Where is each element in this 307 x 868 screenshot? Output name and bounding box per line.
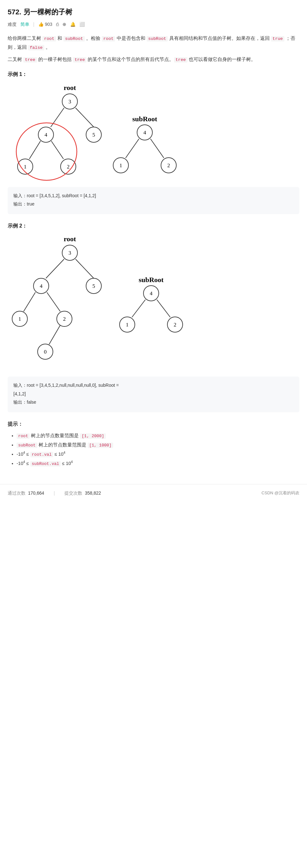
svg-line-29 bbox=[75, 259, 94, 278]
svg-text:2: 2 bbox=[174, 322, 177, 328]
description-para1: 给你两棵二叉树 root 和 subRoot 。检验 root 中是否包含和 s… bbox=[8, 34, 299, 52]
footer: 通过次数 170,664 | 提交次数 358,822 CSDN @沉着的码农 bbox=[0, 484, 307, 502]
svg-text:root: root bbox=[64, 84, 76, 92]
translate-button[interactable]: ⊕ bbox=[63, 21, 66, 28]
hints-list: root 树上的节点数量范围是 [1, 2000] subRoot 树上的节点数… bbox=[8, 431, 299, 468]
svg-line-9 bbox=[29, 141, 40, 159]
thumbs-up-icon: 👍 bbox=[38, 21, 44, 28]
svg-text:1: 1 bbox=[19, 316, 21, 322]
svg-line-46 bbox=[132, 300, 145, 317]
likes-count: 903 bbox=[45, 21, 52, 28]
svg-text:2: 2 bbox=[63, 316, 66, 322]
svg-line-4 bbox=[75, 108, 94, 127]
pass-label: 通过次数 bbox=[8, 490, 26, 497]
svg-text:2: 2 bbox=[67, 164, 70, 170]
example1-diagram: root 3 4 5 1 2 bbox=[8, 83, 299, 182]
example2-output: 输出：false bbox=[13, 399, 294, 406]
svg-text:1: 1 bbox=[24, 164, 27, 170]
example1-output: 输出：true bbox=[13, 200, 294, 208]
likes-button[interactable]: 👍 903 bbox=[38, 21, 52, 28]
bell-button[interactable]: 🔔 bbox=[70, 21, 75, 28]
hint-item-1: root 树上的节点数量范围是 [1, 2000] bbox=[16, 431, 299, 440]
svg-line-40 bbox=[49, 325, 60, 344]
svg-line-34 bbox=[24, 292, 35, 311]
svg-line-28 bbox=[46, 259, 64, 278]
translate-icon: ⊕ bbox=[63, 21, 66, 28]
difficulty-value: 简单 bbox=[21, 21, 29, 28]
example1-input: 输入：root = [3,4,5,1,2], subRoot = [4,1,2] bbox=[13, 192, 294, 199]
svg-text:4: 4 bbox=[40, 283, 43, 289]
example2-input: 输入：root = [3,4,5,1,2,null,null,null,null… bbox=[13, 382, 294, 389]
svg-line-47 bbox=[157, 300, 170, 317]
svg-text:1: 1 bbox=[126, 322, 129, 328]
submit-label: 提交次数 bbox=[64, 490, 82, 497]
bookmark-icon: ⬜ bbox=[79, 21, 85, 28]
hints-title: 提示： bbox=[8, 420, 299, 428]
difficulty-label: 难度 bbox=[8, 21, 16, 28]
example2-diagram: root 3 4 5 1 2 bbox=[8, 234, 299, 371]
example2-title: 示例 2： bbox=[8, 222, 299, 230]
hint-item-3: -104 ≤ root.val ≤ 104 bbox=[16, 450, 299, 459]
share-icon: ⎙ bbox=[56, 21, 59, 28]
bell-icon: 🔔 bbox=[70, 21, 75, 28]
difficulty-row: 难度 简单 | 👍 903 ⎙ ⊕ 🔔 ⬜ bbox=[8, 21, 299, 28]
submit-value: 358,822 bbox=[85, 490, 101, 497]
svg-text:4: 4 bbox=[45, 132, 47, 138]
svg-text:subRoot: subRoot bbox=[132, 115, 158, 123]
example1-box: 输入：root = [3,4,5,1,2], subRoot = [4,1,2]… bbox=[8, 187, 299, 214]
bookmark-button[interactable]: ⬜ bbox=[79, 21, 85, 28]
svg-line-3 bbox=[51, 108, 64, 127]
svg-text:root: root bbox=[64, 235, 76, 243]
example1-title: 示例 1： bbox=[8, 70, 299, 79]
svg-line-10 bbox=[51, 141, 63, 159]
svg-text:2: 2 bbox=[167, 162, 170, 168]
svg-line-19 bbox=[126, 139, 139, 158]
problem-description: 给你两棵二叉树 root 和 subRoot 。检验 root 中是否包含和 s… bbox=[8, 34, 299, 64]
svg-text:5: 5 bbox=[93, 283, 95, 289]
svg-text:0: 0 bbox=[44, 349, 47, 355]
svg-text:3: 3 bbox=[69, 250, 71, 256]
hint-item-4: -104 ≤ subRoot.val ≤ 104 bbox=[16, 459, 299, 468]
svg-text:5: 5 bbox=[93, 132, 95, 138]
svg-line-35 bbox=[47, 292, 60, 311]
share-button[interactable]: ⎙ bbox=[56, 21, 59, 28]
submit-count: 提交次数 358,822 bbox=[64, 490, 101, 497]
svg-text:1: 1 bbox=[120, 162, 123, 168]
svg-text:4: 4 bbox=[143, 130, 146, 135]
svg-text:subRoot: subRoot bbox=[139, 276, 164, 284]
svg-text:4: 4 bbox=[150, 290, 153, 297]
hint-item-2: subRoot 树上的节点数量范围是 [1, 1000] bbox=[16, 440, 299, 450]
brand: CSDN @沉着的码农 bbox=[262, 490, 299, 497]
description-para2: 二叉树 tree 的一棵子树包括 tree 的某个节点和这个节点的所有后代节点。… bbox=[8, 55, 299, 64]
svg-text:3: 3 bbox=[69, 99, 71, 105]
example2-box: 输入：root = [3,4,5,1,2,null,null,null,null… bbox=[8, 377, 299, 412]
problem-title: 572. 另一棵树的子树 bbox=[8, 6, 299, 18]
pass-count: 通过次数 170,664 bbox=[8, 490, 44, 497]
pass-value: 170,664 bbox=[28, 490, 44, 497]
hints-section: 提示： root 树上的节点数量范围是 [1, 2000] subRoot 树上… bbox=[8, 420, 299, 468]
example2-input2: [4,1,2] bbox=[13, 390, 294, 397]
svg-line-20 bbox=[150, 139, 164, 158]
